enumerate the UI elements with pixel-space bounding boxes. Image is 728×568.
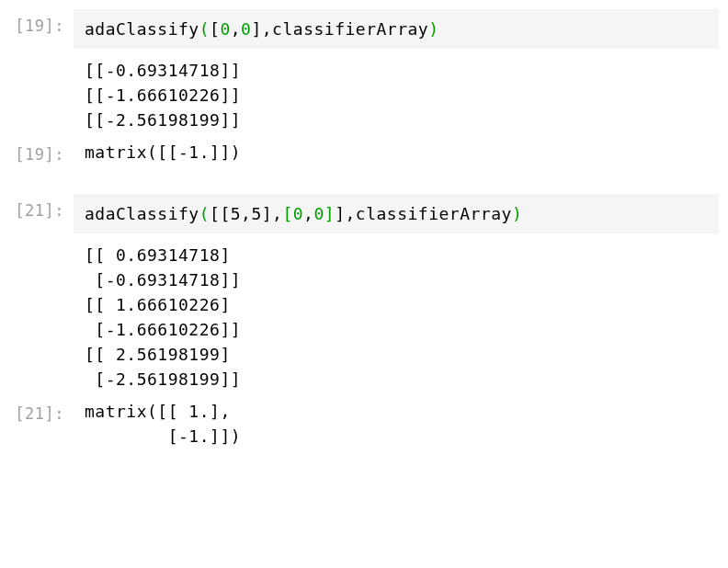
input-prompt: [19]: — [0, 9, 74, 35]
empty-prompt — [0, 52, 74, 60]
empty-prompt — [0, 237, 74, 244]
input-cell: [19]: adaClassify([0,0],classifierArray) — [0, 9, 728, 49]
print-output-cell: [[-0.69314718]] [[-1.66610226]] [[-2.561… — [0, 52, 728, 134]
output-prompt: [19]: — [0, 138, 74, 164]
result-cell: [19]: matrix([[-1.]]) — [0, 138, 728, 170]
code-input[interactable]: adaClassify([0,0],classifierArray) — [74, 9, 719, 49]
print-output: [[ 0.69314718] [-0.69314718]] [[ 1.66610… — [74, 237, 719, 393]
result-output: matrix([[ 1.], [-1.]]) — [74, 397, 719, 454]
input-prompt: [21]: — [0, 194, 74, 220]
input-cell: [21]: adaClassify([[5,5],[0,0]],classifi… — [0, 194, 728, 233]
print-output: [[-0.69314718]] [[-1.66610226]] [[-2.561… — [74, 52, 719, 134]
result-cell: [21]: matrix([[ 1.], [-1.]]) — [0, 397, 728, 454]
print-output-cell: [[ 0.69314718] [-0.69314718]] [[ 1.66610… — [0, 237, 728, 393]
output-prompt: [21]: — [0, 397, 74, 423]
code-input[interactable]: adaClassify([[5,5],[0,0]],classifierArra… — [74, 194, 719, 233]
result-output: matrix([[-1.]]) — [74, 138, 719, 170]
